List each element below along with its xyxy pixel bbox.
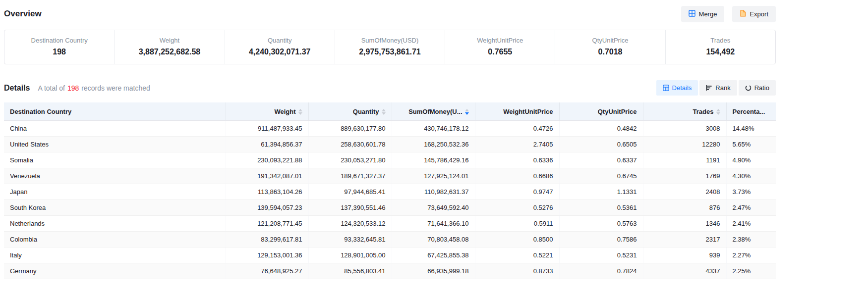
stat-quantity: Quantity4,240,302,071.37: [225, 30, 335, 64]
cell-trades: 1769: [643, 168, 726, 184]
column-label: WeightUnitPrice: [503, 108, 553, 115]
merge-button-label: Merge: [699, 10, 717, 18]
cell-weightunitprice: 0.4726: [475, 121, 559, 137]
details-summary: A total of198records were matched: [38, 84, 150, 92]
table-row: Netherlands121,208,771.45124,320,533.127…: [4, 216, 776, 232]
cell-weightunitprice: 0.5276: [475, 200, 559, 216]
stat-sumofmoney-usd: SumOfMoney(USD)2,975,753,861.71: [335, 30, 445, 64]
cell-trades: 876: [643, 200, 726, 216]
page-title: Overview: [4, 9, 42, 19]
stat-destination-country: Destination Country198: [4, 30, 115, 64]
cell-weightunitprice: 0.8500: [475, 232, 559, 248]
table-row: Somalia230,093,221.88230,053,271.80145,7…: [4, 152, 776, 168]
cell-qtyunitprice: 0.6337: [559, 152, 643, 168]
cell-sumofmoney-u: 127,925,124.01: [392, 168, 475, 184]
cell-sumofmoney-u: 66,935,999.18: [392, 263, 475, 279]
cell-destination-country: Colombia: [4, 232, 226, 248]
cell-qtyunitprice: 1.1331: [559, 184, 643, 200]
cell-sumofmoney-u: 67,425,855.38: [392, 248, 475, 263]
column-label: Percenta...: [733, 108, 765, 115]
cell-percenta: 2.41%: [726, 216, 776, 232]
stat-label: Trades: [669, 37, 772, 44]
column-header-weight[interactable]: Weight: [226, 102, 308, 121]
sort-carets-icon[interactable]: [465, 109, 469, 115]
cell-quantity: 97,944,685.41: [308, 184, 392, 200]
cell-weight: 76,648,925.27: [226, 263, 308, 279]
view-tab-label: Details: [672, 84, 692, 92]
table-row: Colombia83,299,617.8193,332,645.8170,803…: [4, 232, 776, 248]
stat-label: Weight: [117, 37, 221, 44]
column-label: Quantity: [353, 108, 379, 115]
cell-percenta: 14.48%: [726, 121, 776, 137]
column-header-sumofmoney-u[interactable]: SumOfMoney(U...: [392, 102, 475, 121]
details-table: Destination CountryWeightQuantitySumOfMo…: [4, 102, 776, 279]
cell-quantity: 258,630,601.78: [308, 137, 392, 152]
cell-percenta: 2.47%: [726, 200, 776, 216]
cell-percenta: 2.25%: [726, 263, 776, 279]
cell-weight: 113,863,104.26: [226, 184, 308, 200]
cell-trades: 2408: [643, 184, 726, 200]
table-row: Japan113,863,104.2697,944,685.41110,982,…: [4, 184, 776, 200]
stat-label: WeightUnitPrice: [448, 37, 552, 44]
cell-qtyunitprice: 0.6745: [559, 168, 643, 184]
cell-quantity: 128,901,005.00: [308, 248, 392, 263]
sort-carets-icon[interactable]: [382, 109, 386, 115]
cell-qtyunitprice: 0.4842: [559, 121, 643, 137]
view-tabs: DetailsRankRatio: [656, 80, 776, 96]
cell-weightunitprice: 0.9747: [475, 184, 559, 200]
view-tab-details[interactable]: Details: [656, 80, 698, 96]
cell-trades: 12280: [643, 137, 726, 152]
merge-button[interactable]: Merge: [681, 6, 725, 22]
cell-percenta: 2.38%: [726, 232, 776, 248]
cell-weight: 129,153,001.36: [226, 248, 308, 263]
cell-destination-country: China: [4, 121, 226, 137]
table-row: Germany76,648,925.2785,556,803.4166,935,…: [4, 263, 776, 279]
cell-trades: 3008: [643, 121, 726, 137]
summary-suffix: records were matched: [81, 84, 150, 92]
sort-carets-icon[interactable]: [298, 109, 302, 115]
cell-percenta: 3.73%: [726, 184, 776, 200]
cell-qtyunitprice: 0.7824: [559, 263, 643, 279]
export-button-label: Export: [750, 10, 768, 18]
cell-weightunitprice: 2.7405: [475, 137, 559, 152]
cell-weight: 230,093,221.88: [226, 152, 308, 168]
cell-qtyunitprice: 0.7586: [559, 232, 643, 248]
column-header-destination-country: Destination Country: [4, 102, 226, 121]
ratio-icon: [745, 85, 752, 91]
export-file-icon: [740, 10, 746, 18]
cell-weightunitprice: 0.8733: [475, 263, 559, 279]
cell-sumofmoney-u: 110,982,631.37: [392, 184, 475, 200]
export-button[interactable]: Export: [732, 6, 776, 22]
view-tab-ratio[interactable]: Ratio: [739, 80, 776, 96]
cell-destination-country: South Korea: [4, 200, 226, 216]
cell-weightunitprice: 0.6336: [475, 152, 559, 168]
view-tab-rank[interactable]: Rank: [699, 80, 737, 96]
column-header-trades[interactable]: Trades: [643, 102, 726, 121]
table-row: China911,487,933.45889,630,177.80430,746…: [4, 121, 776, 137]
table-row: Italy129,153,001.36128,901,005.0067,425,…: [4, 248, 776, 263]
summary-count: 198: [67, 84, 79, 92]
stat-label: QtyUnitPrice: [558, 37, 662, 44]
cell-weightunitprice: 0.5911: [475, 216, 559, 232]
sort-carets-icon[interactable]: [716, 109, 720, 115]
merge-cells-icon: [689, 10, 695, 18]
view-tab-label: Ratio: [754, 84, 769, 92]
page: Overview Merge Export Destination Countr…: [4, 0, 776, 279]
table-row: United States61,394,856.37258,630,601.78…: [4, 137, 776, 152]
stat-value: 0.7655: [448, 48, 552, 56]
cell-sumofmoney-u: 71,641,366.10: [392, 216, 475, 232]
stat-qtyunitprice: QtyUnitPrice0.7018: [555, 30, 665, 64]
stat-weightunitprice: WeightUnitPrice0.7655: [445, 30, 555, 64]
table-body: China911,487,933.45889,630,177.80430,746…: [4, 121, 776, 279]
cell-percenta: 4.90%: [726, 152, 776, 168]
cell-percenta: 2.27%: [726, 248, 776, 263]
cell-destination-country: Netherlands: [4, 216, 226, 232]
overview-stats: Destination Country198Weight3,887,252,68…: [4, 30, 776, 64]
cell-destination-country: Venezuela: [4, 168, 226, 184]
cell-quantity: 124,320,533.12: [308, 216, 392, 232]
column-label: SumOfMoney(U...: [408, 108, 462, 115]
column-header-qtyunitprice: QtyUnitPrice: [559, 102, 643, 121]
cell-weight: 83,299,617.81: [226, 232, 308, 248]
stat-trades: Trades154,492: [666, 30, 775, 64]
column-header-quantity[interactable]: Quantity: [308, 102, 392, 121]
